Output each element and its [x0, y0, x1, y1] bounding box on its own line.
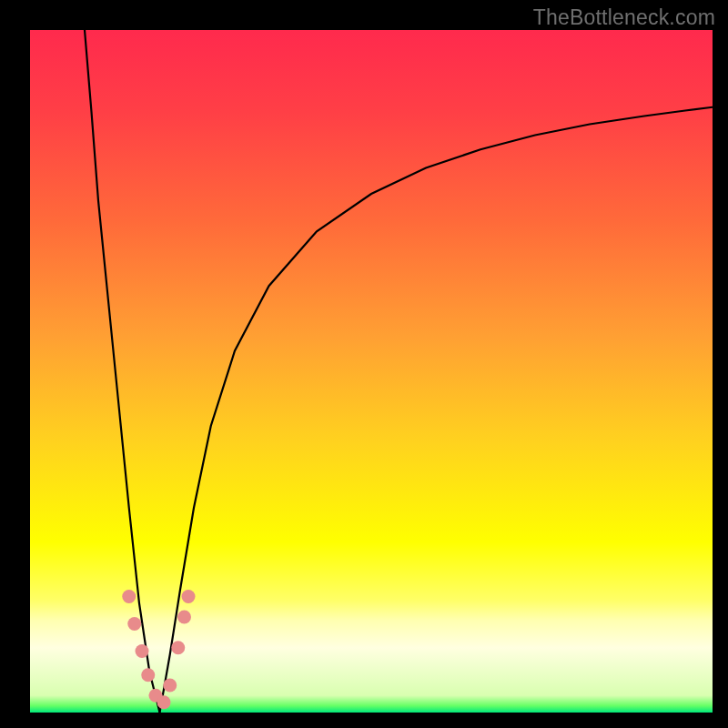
- marker-dot: [127, 617, 141, 631]
- chart-svg: [30, 30, 713, 713]
- marker-dot: [182, 590, 196, 603]
- outer-frame: TheBottleneck.com: [0, 0, 728, 728]
- gradient-background: [30, 30, 713, 713]
- marker-dot: [177, 611, 191, 624]
- marker-dot: [171, 641, 185, 654]
- marker-dot: [136, 644, 149, 658]
- watermark-text: TheBottleneck.com: [533, 5, 715, 30]
- marker-dot: [157, 695, 171, 709]
- marker-dot: [141, 668, 155, 682]
- marker-dot: [163, 679, 177, 693]
- plot-area: [30, 30, 713, 713]
- marker-dot: [122, 590, 136, 603]
